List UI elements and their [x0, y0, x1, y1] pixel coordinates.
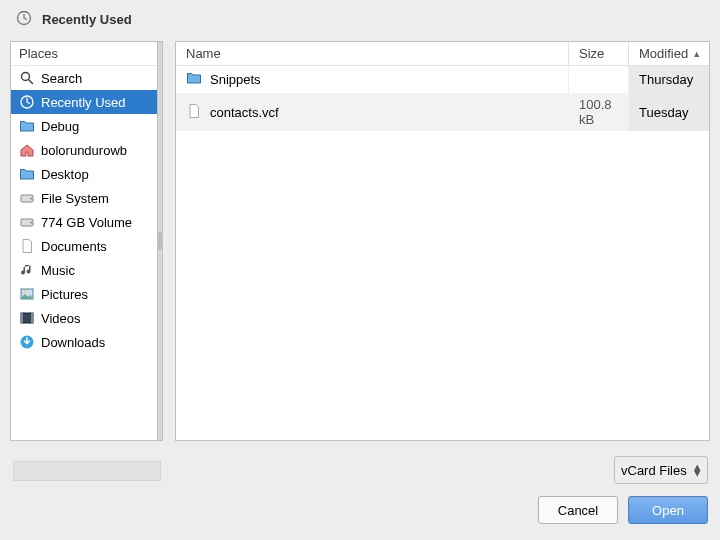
sidebar-item-label: Music [41, 263, 75, 278]
drive-icon [19, 214, 35, 230]
pictures-icon [19, 286, 35, 302]
sidebar-item-label: Debug [41, 119, 79, 134]
search-icon [19, 70, 35, 86]
sidebar-item-downloads[interactable]: Downloads [11, 330, 157, 354]
sidebar-item-label: Downloads [41, 335, 105, 350]
sidebar-item-label: Documents [41, 239, 107, 254]
sidebar-item-recently-used[interactable]: Recently Used [11, 90, 157, 114]
titlebar: Recently Used [0, 0, 720, 41]
sidebar-item-label: File System [41, 191, 109, 206]
sidebar-item-filesystem[interactable]: File System [11, 186, 157, 210]
table-row[interactable]: Snippets Thursday [176, 66, 709, 93]
open-button[interactable]: Open [628, 496, 708, 524]
svg-rect-11 [31, 313, 33, 323]
svg-point-1 [22, 73, 30, 81]
sidebar-header: Places [11, 42, 157, 66]
sidebar-item-desktop[interactable]: Desktop [11, 162, 157, 186]
sidebar-item-label: Recently Used [41, 95, 126, 110]
sidebar-item-label: Videos [41, 311, 81, 326]
table-row[interactable]: contacts.vcf 100.8 kB Tuesday [176, 93, 709, 131]
sidebar-item-label: Desktop [41, 167, 89, 182]
spinner-icon: ▴▾ [694, 464, 701, 476]
file-size: 100.8 kB [579, 97, 618, 127]
svg-point-6 [30, 222, 32, 224]
cancel-button[interactable]: Cancel [538, 496, 618, 524]
sidebar-item-documents[interactable]: Documents [11, 234, 157, 258]
bookmark-drop-area[interactable] [13, 461, 161, 481]
sidebar-item-label: bolorundurowb [41, 143, 127, 158]
video-icon [19, 310, 35, 326]
sidebar-item-search[interactable]: Search [11, 66, 157, 90]
file-name: Snippets [210, 72, 261, 87]
sidebar-item-pictures[interactable]: Pictures [11, 282, 157, 306]
footer: vCard Files ▴▾ Cancel Open [0, 441, 720, 531]
sidebar-item-label: Pictures [41, 287, 88, 302]
folder-icon [186, 70, 202, 89]
places-sidebar: Places Search Recently Used Debug boloru… [10, 41, 158, 441]
file-type-filter[interactable]: vCard Files ▴▾ [614, 456, 708, 484]
file-name: contacts.vcf [210, 105, 279, 120]
list-header: Name Size Modified ▲ [176, 42, 709, 66]
sidebar-item-videos[interactable]: Videos [11, 306, 157, 330]
file-modified: Tuesday [639, 105, 688, 120]
svg-point-4 [30, 198, 32, 200]
sidebar-item-label: 774 GB Volume [41, 215, 132, 230]
filter-label: vCard Files [621, 463, 687, 478]
svg-rect-10 [21, 313, 23, 323]
column-size[interactable]: Size [569, 42, 629, 66]
column-modified[interactable]: Modified ▲ [629, 42, 709, 66]
download-icon [19, 334, 35, 350]
sort-asc-icon: ▲ [692, 49, 701, 59]
sidebar-item-home[interactable]: bolorundurowb [11, 138, 157, 162]
file-icon [19, 238, 35, 254]
sidebar-item-debug[interactable]: Debug [11, 114, 157, 138]
sidebar-scroll-gutter[interactable] [158, 41, 163, 441]
column-name[interactable]: Name [176, 42, 569, 66]
clock-icon [19, 94, 35, 110]
sidebar-item-music[interactable]: Music [11, 258, 157, 282]
clock-icon [16, 10, 32, 29]
file-list: Name Size Modified ▲ Snippets Thursday c… [175, 41, 710, 441]
svg-point-8 [24, 291, 27, 294]
music-icon [19, 262, 35, 278]
sidebar-item-volume[interactable]: 774 GB Volume [11, 210, 157, 234]
sidebar-item-label: Search [41, 71, 82, 86]
main-area: Places Search Recently Used Debug boloru… [0, 41, 720, 441]
folder-icon [19, 166, 35, 182]
folder-icon [19, 118, 35, 134]
drive-icon [19, 190, 35, 206]
page-title: Recently Used [42, 12, 132, 27]
file-icon [186, 103, 202, 122]
home-icon [19, 142, 35, 158]
file-modified: Thursday [639, 72, 693, 87]
